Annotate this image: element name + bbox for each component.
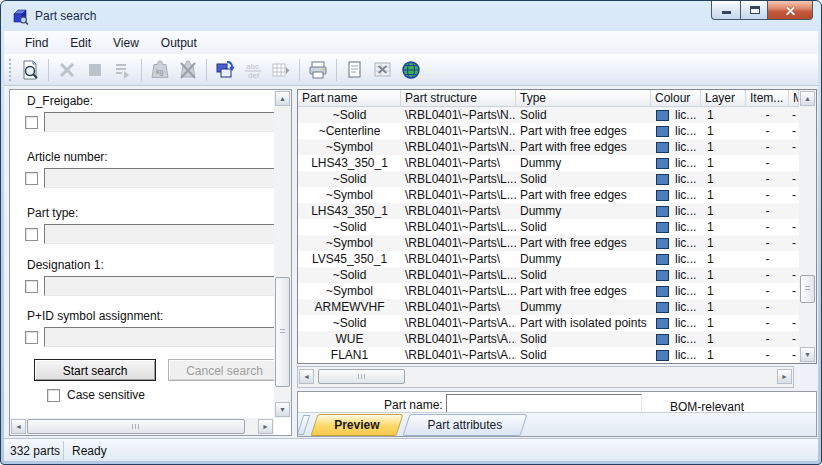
cell-item: - [746,203,789,219]
menu-edit[interactable]: Edit [59,33,102,53]
table-row[interactable]: ~Solid\RBL0401\~Parts\L...Solidlic...1-- [298,171,799,187]
excel-export-button[interactable] [369,57,397,83]
designation-1-checkbox[interactable] [25,280,38,293]
cell-layer: 1 [701,171,746,187]
tab-band: Preview Part attributes [298,412,816,436]
scroll-up-button[interactable]: ▲ [800,91,815,106]
maximize-button[interactable] [740,1,768,20]
menu-find[interactable]: Find [14,33,59,53]
scroll-up-button[interactable]: ▲ [275,91,290,106]
report-button[interactable] [341,57,369,83]
cell-part-structure: \RBL0401\~Parts\ [401,251,516,267]
minimize-icon [722,11,731,14]
colour-swatch-icon [656,174,669,185]
rename-button[interactable]: abc def [239,57,267,83]
cell-colour: lic... [651,347,701,363]
case-sensitive-checkbox[interactable] [47,389,60,402]
scroll-down-button[interactable]: ▼ [800,347,815,362]
table-row[interactable]: FLAN1\RBL0401\~Parts\A...Solidlic...1-- [298,347,799,363]
toolbar-grip[interactable] [9,59,12,81]
part-type-input[interactable] [44,224,285,244]
table-row[interactable]: ~Symbol\RBL0401\~Parts\L...Part with fre… [298,187,799,203]
table-row[interactable]: ~Solid\RBL0401\~Parts\L...Solidlic...1-- [298,219,799,235]
table-row[interactable]: LHS43_350_1\RBL0401\~Parts\Dummylic...1- [298,155,799,171]
cell-part-name: ~Symbol [298,283,401,299]
scroll-right-button[interactable]: ► [258,419,273,434]
table-row[interactable]: ~Symbol\RBL0401\~Parts\L...Part with fre… [298,235,799,251]
part-type-checkbox[interactable] [25,228,38,241]
table-row[interactable]: ~Solid\RBL0401\~Parts\N...Solidlic...1-- [298,107,799,123]
colour-name: lic... [675,235,696,251]
tab-part-attributes[interactable]: Part attributes [402,414,527,436]
cell-layer: 1 [701,139,746,155]
print-button[interactable] [304,57,332,83]
column-header-part-name[interactable]: Part name [298,90,401,107]
horizontal-scroll-thumb[interactable] [318,369,405,384]
search-panel-vertical-scrollbar[interactable]: ▲ ▼ [274,90,291,418]
close-button[interactable] [767,1,813,20]
horizontal-scroll-thumb[interactable] [27,419,245,434]
table-row[interactable]: WUE\RBL0401\~Parts\A...Solidlic...1-- [298,331,799,347]
table-row[interactable]: ~Centerline\RBL0401\~Parts\N...Part with… [298,123,799,139]
table-row[interactable]: ~Solid\RBL0401\~Parts\L...Solidlic...1-- [298,267,799,283]
titlebar[interactable]: Part search [1,1,821,31]
remove-weight-button[interactable] [174,57,202,83]
scroll-down-button[interactable]: ▼ [275,402,290,417]
cell-m [789,203,799,219]
d-freigabe-input[interactable] [44,112,285,132]
delete-button[interactable] [53,57,81,83]
append-to-list-button[interactable] [109,57,137,83]
cell-type: Part with free edges [516,187,651,203]
table-row[interactable]: ~Symbol\RBL0401\~Parts\L...Part with fre… [298,283,799,299]
table-row[interactable]: ~Symbol\RBL0401\~Parts\N...Part with fre… [298,139,799,155]
find-parts-button[interactable] [16,57,44,83]
vertical-scroll-thumb[interactable] [275,277,290,387]
column-header-type[interactable]: Type [516,90,651,107]
designation-1-input[interactable] [44,276,285,296]
article-number-input[interactable] [44,168,285,188]
article-number-checkbox[interactable] [25,172,38,185]
scroll-left-button[interactable]: ◄ [11,419,26,434]
column-header-layer[interactable]: Layer [701,90,746,107]
d-freigabe-checkbox[interactable] [25,116,38,129]
minimize-button[interactable] [711,1,741,20]
table-horizontal-scrollbar[interactable]: ◄ ► [297,366,794,388]
table-row[interactable]: ~Solid\RBL0401\~Parts\A...Part with isol… [298,315,799,331]
pid-symbol-assignment-input[interactable] [44,327,285,347]
web-export-icon [400,59,422,81]
scroll-right-button[interactable]: ► [777,369,792,384]
cell-part-structure: \RBL0401\~Parts\L... [401,187,516,203]
column-header-item[interactable]: Item... [746,90,789,107]
find-parts-icon [19,59,41,81]
web-export-button[interactable] [397,57,425,83]
scroll-left-button[interactable]: ◄ [299,369,314,384]
cell-layer: 1 [701,123,746,139]
cell-m: - [789,219,799,235]
vertical-scroll-thumb[interactable] [800,275,815,303]
tab-preview[interactable]: Preview [310,414,403,436]
menu-output[interactable]: Output [150,33,208,53]
weight-button[interactable]: kg [146,57,174,83]
part-table-button[interactable] [267,57,295,83]
search-panel-horizontal-scrollbar[interactable]: ◄ ► [10,418,274,435]
column-header-part-structure[interactable]: Part structure [401,90,516,107]
cell-layer: 1 [701,251,746,267]
stop-button[interactable] [81,57,109,83]
table-vertical-scrollbar[interactable]: ▲ ▼ [799,90,816,363]
copy-parts-button[interactable] [211,57,239,83]
part-name-input[interactable] [446,394,642,413]
part-search-window: Part search Find Edit View Output [0,0,822,465]
column-header-colour[interactable]: Colour [651,90,701,107]
menu-view[interactable]: View [102,33,150,53]
table-row[interactable]: ARMEWVHF\RBL0401\~Parts\Dummylic...1- [298,299,799,315]
start-search-button[interactable]: Start search [34,359,156,381]
table-row[interactable]: LHS43_350_1\RBL0401\~Parts\Dummylic...1- [298,203,799,219]
cell-colour: lic... [651,187,701,203]
cell-part-structure: \RBL0401\~Parts\ [401,203,516,219]
column-header-m[interactable]: M... [789,90,799,107]
pid-symbol-assignment-checkbox[interactable] [25,331,38,344]
cancel-search-button[interactable]: Cancel search [168,359,281,381]
cell-m [789,299,799,315]
part-name-label: Part name: [384,398,446,411]
table-row[interactable]: LVS45_350_1\RBL0401\~Parts\Dummylic...1- [298,251,799,267]
